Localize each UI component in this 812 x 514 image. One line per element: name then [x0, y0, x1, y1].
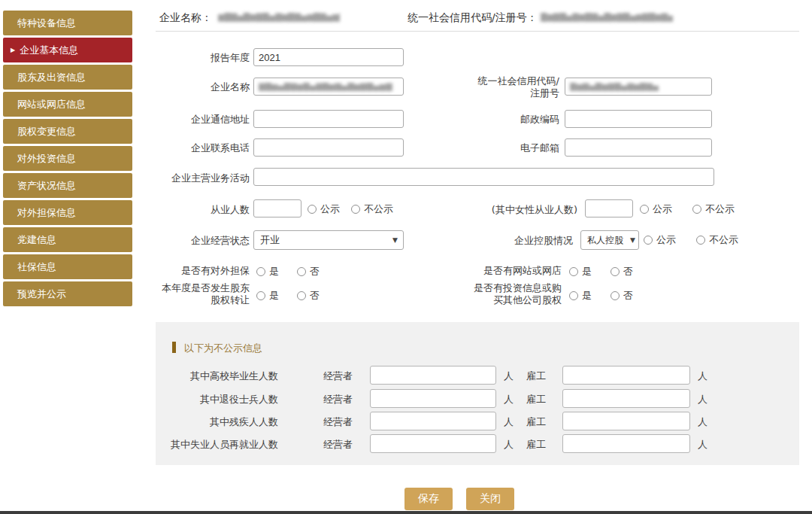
credit-code-value: █▆▇▅█▆▇█▅▇▆█▇▅ [570, 83, 659, 91]
radio-circle-icon [569, 267, 578, 276]
operator-label: 经营者 [323, 370, 353, 383]
radio-circle-icon [644, 236, 653, 245]
veteran-count-label: 其中退役士兵人数 [128, 393, 278, 406]
address-input[interactable] [253, 110, 404, 128]
equity-transfer-no-radio[interactable]: 否 [297, 289, 320, 303]
business-status-select[interactable]: 开业▼ [253, 230, 404, 250]
employee-count-input[interactable] [253, 199, 301, 217]
sidebar-item-label: 对外投资信息 [17, 152, 76, 166]
operator-label: 经营者 [323, 393, 353, 406]
sidebar-item-label: 对外担保信息 [17, 206, 76, 220]
radio-circle-icon [569, 291, 578, 300]
close-button[interactable]: 关闭 [466, 488, 514, 510]
address-label: 企业通信地址 [98, 114, 250, 126]
website-yes-radio[interactable]: 是 [569, 265, 592, 278]
sidebar-item-special-equipment-info[interactable]: 特种设备信息 [3, 11, 132, 35]
disabled-operator-input[interactable] [370, 412, 496, 430]
sidebar-item-label: 社保信息 [17, 260, 56, 274]
main-business-label: 企业主营业务活动 [98, 172, 250, 184]
sidebar-item-label: 资产状况信息 [17, 179, 76, 193]
main-business-input[interactable] [253, 168, 714, 186]
disabled-employee-input[interactable] [562, 412, 690, 430]
report-year-input[interactable] [253, 48, 404, 66]
header-credit-code-label: 统一社会信用代码/注册号： [408, 11, 538, 25]
dropdown-arrow-icon: ▼ [630, 236, 635, 244]
company-name-value: ▇█▆▅█▇▆█▅▇█▆▇▅█▆▇█▅▆▇ [259, 83, 392, 91]
guarantee-no-radio[interactable]: 否 [297, 265, 320, 278]
unit-label: 人 [504, 415, 514, 429]
unit-label: 人 [698, 415, 707, 429]
female-employee-nopublish-radio[interactable]: 不公示 [692, 202, 735, 216]
reemployed-count-label: 其中失业人员再就业人数 [128, 438, 278, 452]
postcode-input[interactable] [565, 110, 712, 128]
radio-circle-icon [696, 236, 705, 245]
radio-circle-icon [308, 205, 317, 214]
radio-circle-icon [351, 205, 360, 214]
credit-code-label: 统一社会信用代码/注册号 [409, 75, 559, 99]
dropdown-arrow-icon: ▼ [392, 236, 398, 244]
email-label: 电子邮箱 [409, 142, 559, 154]
radio-circle-icon [611, 267, 620, 276]
employee-count-publish-radio[interactable]: 公示 [308, 202, 340, 216]
company-name-input[interactable]: ▇█▆▅█▇▆█▅▇█▆▇▅█▆▇█▅▆▇ [253, 78, 404, 96]
radio-circle-icon [297, 267, 306, 276]
employee-label: 雇工 [526, 438, 546, 452]
employee-count-label: 从业人数 [98, 204, 250, 216]
reemployed-operator-input[interactable] [370, 434, 496, 453]
veteran-employee-input[interactable] [562, 389, 690, 408]
postcode-label: 邮政编码 [409, 114, 559, 126]
investment-yes-radio[interactable]: 是 [569, 289, 592, 303]
holding-nopublish-radio[interactable]: 不公示 [696, 233, 738, 247]
holding-publish-radio[interactable]: 公示 [644, 233, 676, 247]
website-no-radio[interactable]: 否 [611, 265, 633, 278]
holding-status-label: 企业控股情况 [423, 235, 573, 247]
radio-circle-icon [256, 267, 265, 276]
unit-label: 人 [698, 393, 707, 406]
panel-title: 以下为不公示信息 [184, 342, 262, 355]
non-public-info-panel: 以下为不公示信息 其中高校毕业生人数 经营者 人 雇工 人 其中退役士兵人数 经… [156, 322, 799, 465]
header-company-name-label: 企业名称： [159, 11, 212, 25]
header-divider [156, 31, 799, 32]
company-name-label: 企业名称 [98, 81, 250, 93]
investment-label: 是否有投资信息或购买其他公司股权 [411, 282, 562, 306]
unit-label: 人 [504, 438, 514, 452]
employee-label: 雇工 [526, 370, 546, 383]
annual-report-form-page: 特种设备信息 ▶企业基本信息 股东及出资信息 网站或网店信息 股权变更信息 对外… [0, 0, 812, 514]
sidebar-item-label: 股权变更信息 [17, 125, 76, 138]
reemployed-employee-input[interactable] [562, 434, 690, 453]
header-credit-code-value: █▆▇█▅▇▆█▇▅█▆▇█▅▆▇█▆▇▅█ [541, 13, 673, 23]
graduate-operator-input[interactable] [370, 366, 496, 385]
veteran-operator-input[interactable] [370, 389, 496, 408]
female-employee-count-label: (其中女性从业人数) [427, 204, 577, 216]
sidebar-item-label: 特种设备信息 [17, 17, 76, 30]
investment-no-radio[interactable]: 否 [611, 289, 633, 303]
external-guarantee-label: 是否有对外担保 [98, 265, 250, 277]
save-button[interactable]: 保存 [404, 488, 453, 510]
report-year-label: 报告年度 [98, 52, 250, 64]
sidebar-item-label: 企业基本信息 [20, 44, 78, 57]
operator-label: 经营者 [323, 438, 353, 452]
holding-status-select[interactable]: 私人控股▼ [580, 230, 639, 250]
sidebar-item-label: 股东及出资信息 [17, 71, 86, 84]
employee-label: 雇工 [526, 393, 546, 406]
panel-title-bar-icon [172, 342, 176, 353]
female-employee-count-input[interactable] [585, 199, 633, 217]
female-employee-publish-radio[interactable]: 公示 [640, 202, 672, 216]
disabled-count-label: 其中残疾人人数 [128, 415, 278, 429]
equity-transfer-label: 本年度是否发生股东股权转让 [98, 282, 250, 306]
email-input[interactable] [565, 138, 712, 157]
website-label: 是否有网站或网店 [411, 265, 562, 277]
radio-circle-icon [256, 291, 265, 300]
sidebar-item-label: 预览并公示 [17, 287, 66, 301]
employee-count-nopublish-radio[interactable]: 不公示 [351, 202, 393, 216]
equity-transfer-yes-radio[interactable]: 是 [256, 289, 279, 303]
credit-code-input[interactable]: █▆▇▅█▆▇█▅▇▆█▇▅ [565, 78, 712, 96]
sidebar-item-label: 网站或网店信息 [17, 98, 86, 111]
active-arrow-icon: ▶ [11, 47, 15, 53]
guarantee-yes-radio[interactable]: 是 [256, 265, 279, 278]
phone-input[interactable] [253, 138, 404, 157]
unit-label: 人 [504, 370, 514, 383]
graduate-employee-input[interactable] [562, 366, 690, 385]
phone-label: 企业联系电话 [98, 142, 250, 154]
unit-label: 人 [698, 370, 707, 383]
